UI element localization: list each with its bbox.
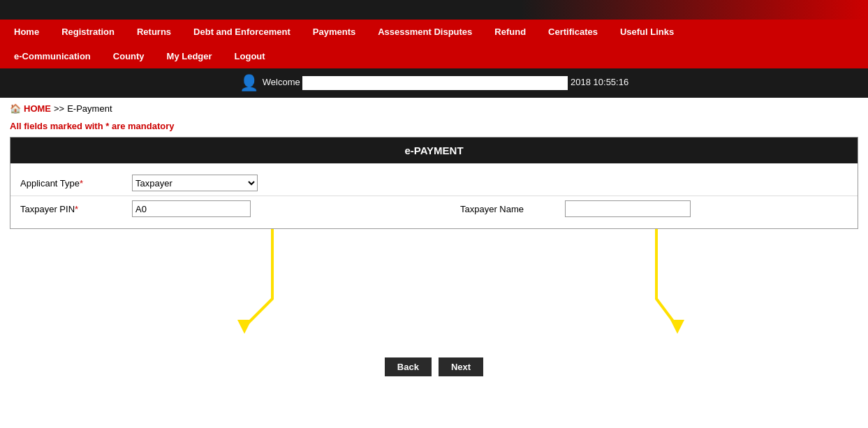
nav-item-home[interactable]: Home <box>3 20 50 44</box>
navigation: Home Registration Returns Debt and Enfor… <box>0 20 868 68</box>
nav-item-returns[interactable]: Returns <box>126 20 182 44</box>
arrow-right <box>615 229 698 341</box>
form-body: Applicant Type* Taxpayer Agent Other Tax… <box>10 163 858 228</box>
form-title: e-PAYMENT <box>10 138 858 163</box>
nav-row-2: e-Communication County My Ledger Logout <box>0 44 868 68</box>
home-icon: 🏠 <box>10 103 21 114</box>
nav-item-useful-links[interactable]: Useful Links <box>609 20 685 44</box>
nav-item-assessment[interactable]: Assessment Disputes <box>367 20 483 44</box>
back-button[interactable]: Back <box>385 357 432 376</box>
breadcrumb-home[interactable]: HOME <box>24 103 51 114</box>
arrows-container <box>0 229 868 341</box>
nav-item-my-ledger[interactable]: My Ledger <box>156 44 223 68</box>
taxpayer-name-label: Taxpayer Name <box>460 204 565 214</box>
svg-marker-0 <box>237 320 251 334</box>
taxpayer-name-input[interactable] <box>565 200 691 217</box>
nav-item-debt[interactable]: Debt and Enforcement <box>182 20 302 44</box>
nav-item-refund[interactable]: Refund <box>483 20 537 44</box>
welcome-text: Welcome 2018 10:55:16 <box>263 76 628 90</box>
username-display <box>302 76 568 90</box>
nav-item-county[interactable]: County <box>102 44 156 68</box>
breadcrumb: 🏠 HOME >> E-Payment <box>0 98 868 119</box>
applicant-type-label: Applicant Type* <box>20 178 132 189</box>
nav-item-certificates[interactable]: Certificates <box>537 20 609 44</box>
top-bar <box>0 0 868 20</box>
nav-row-1: Home Registration Returns Debt and Enfor… <box>0 20 868 44</box>
nav-item-logout[interactable]: Logout <box>223 44 277 68</box>
next-button[interactable]: Next <box>439 357 483 376</box>
svg-marker-1 <box>670 320 684 334</box>
epayment-form: e-PAYMENT Applicant Type* Taxpayer Agent… <box>10 137 858 229</box>
button-row: Back Next <box>0 341 868 393</box>
taxpayer-pin-row: Taxpayer PIN* Taxpayer Name <box>10 196 858 221</box>
nav-item-registration[interactable]: Registration <box>50 20 126 44</box>
mandatory-note: All fields marked with * are mandatory <box>0 119 868 137</box>
nav-item-ecommunication[interactable]: e-Communication <box>3 44 102 68</box>
breadcrumb-separator: >> <box>54 103 64 114</box>
welcome-bar: 👤 Welcome 2018 10:55:16 <box>0 68 868 98</box>
taxpayer-pin-input[interactable] <box>132 200 251 217</box>
applicant-type-select[interactable]: Taxpayer Agent Other <box>132 175 258 191</box>
applicant-type-row: Applicant Type* Taxpayer Agent Other <box>10 170 858 196</box>
breadcrumb-current: E-Payment <box>67 103 112 114</box>
arrow-left <box>230 229 314 341</box>
nav-item-payments[interactable]: Payments <box>302 20 367 44</box>
taxpayer-pin-label: Taxpayer PIN* <box>20 204 132 214</box>
user-icon: 👤 <box>240 74 258 92</box>
